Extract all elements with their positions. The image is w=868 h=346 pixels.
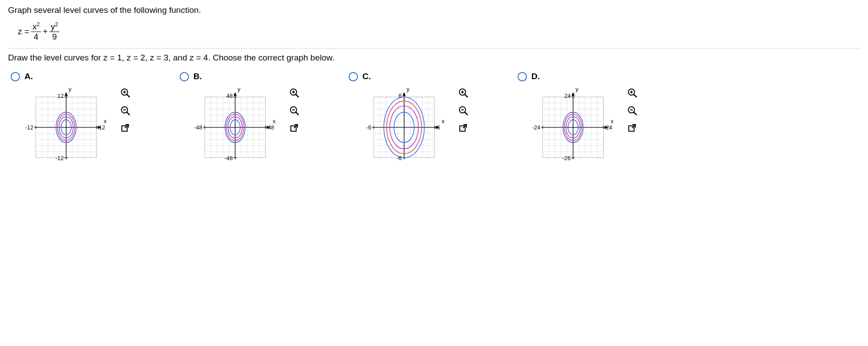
- choice-d: D. -24 24 24 -26 x y: [518, 72, 638, 165]
- graph-tools: [288, 87, 300, 134]
- choices-row: A. -12 12 12 -12 x y: [11, 72, 860, 165]
- y-axis-label: y: [68, 86, 72, 93]
- choice-label: B.: [193, 72, 202, 81]
- zoom-in-icon[interactable]: [119, 87, 131, 98]
- choice-label: C.: [362, 72, 371, 81]
- graph-plot: -6 6 6 -6 x y: [362, 84, 453, 165]
- radio-a[interactable]: [11, 72, 20, 81]
- y-neg-label: -6: [397, 155, 402, 161]
- x-neg-label: -24: [532, 124, 540, 131]
- x-axis-label: x: [104, 118, 107, 125]
- zoom-in-icon[interactable]: [626, 87, 638, 98]
- graph-plot: -24 24 24 -26 x y: [531, 84, 622, 165]
- graph-plot: -48 48 48 -48 x y: [193, 84, 284, 165]
- zoom-in-icon[interactable]: [457, 87, 469, 98]
- zoom-out-icon[interactable]: [119, 105, 131, 116]
- x-axis-label: x: [273, 118, 276, 125]
- radio-d[interactable]: [518, 72, 527, 81]
- subprompt: Draw the level curves for z = 1, z = 2, …: [8, 53, 860, 63]
- graph-plot: -12 12 12 -12 x y: [24, 84, 115, 165]
- fraction-x2-4: x2 4: [31, 21, 41, 42]
- popout-icon[interactable]: [288, 122, 300, 134]
- zoom-out-icon[interactable]: [626, 105, 638, 116]
- graph-tools: [457, 87, 469, 134]
- choice-header[interactable]: C.: [349, 72, 469, 81]
- choice-header[interactable]: B.: [180, 72, 300, 81]
- y-neg-label: -26: [563, 155, 571, 161]
- y-neg-label: -12: [56, 155, 64, 161]
- x-pos-label: 12: [99, 124, 105, 131]
- choice-header[interactable]: D.: [518, 72, 638, 81]
- svg-marker-131: [571, 92, 575, 96]
- eq-lhs: z =: [18, 27, 29, 36]
- x-pos-label: 24: [606, 124, 612, 131]
- equation: z = x2 4 + y2 9: [18, 21, 61, 42]
- graph-tools: [626, 87, 638, 134]
- y-axis-label: y: [406, 86, 410, 93]
- y-neg-label: -48: [225, 155, 233, 161]
- svg-marker-96: [402, 92, 406, 96]
- popout-icon[interactable]: [119, 122, 131, 134]
- x-pos-label: 6: [437, 124, 440, 131]
- popout-icon[interactable]: [626, 122, 638, 134]
- choice-header[interactable]: A.: [11, 72, 131, 81]
- y-pos-label: 6: [398, 93, 402, 99]
- radio-b[interactable]: [180, 72, 189, 81]
- y-pos-label: 12: [57, 93, 64, 99]
- x-axis-label: x: [611, 118, 614, 125]
- choice-label: D.: [531, 72, 540, 81]
- y-pos-label: 48: [226, 93, 233, 99]
- svg-marker-61: [233, 92, 237, 96]
- zoom-in-icon[interactable]: [288, 87, 300, 98]
- choice-a: A. -12 12 12 -12 x y: [11, 72, 131, 165]
- choice-c: C. -6 6 6 -6 x y: [349, 72, 469, 165]
- plus-sign: +: [43, 27, 48, 36]
- graph-tools: [119, 87, 131, 134]
- y-axis-label: y: [575, 86, 579, 93]
- fraction-y2-9: y2 9: [49, 21, 59, 42]
- divider: [8, 48, 860, 48]
- x-neg-label: -48: [194, 124, 202, 131]
- x-neg-label: -12: [25, 124, 33, 131]
- x-neg-label: -6: [366, 124, 371, 131]
- question-prompt: Graph several level curves of the follow…: [8, 5, 860, 15]
- y-pos-label: 24: [564, 93, 571, 99]
- x-axis-label: x: [442, 118, 445, 125]
- zoom-out-icon[interactable]: [288, 105, 300, 116]
- choice-label: A.: [24, 72, 33, 81]
- zoom-out-icon[interactable]: [457, 105, 469, 116]
- x-pos-label: 48: [268, 124, 274, 131]
- svg-marker-26: [64, 92, 68, 96]
- popout-icon[interactable]: [457, 122, 469, 134]
- choice-b: B. -48 48 48 -48 x y: [180, 72, 300, 165]
- radio-c[interactable]: [349, 72, 358, 81]
- y-axis-label: y: [237, 86, 241, 93]
